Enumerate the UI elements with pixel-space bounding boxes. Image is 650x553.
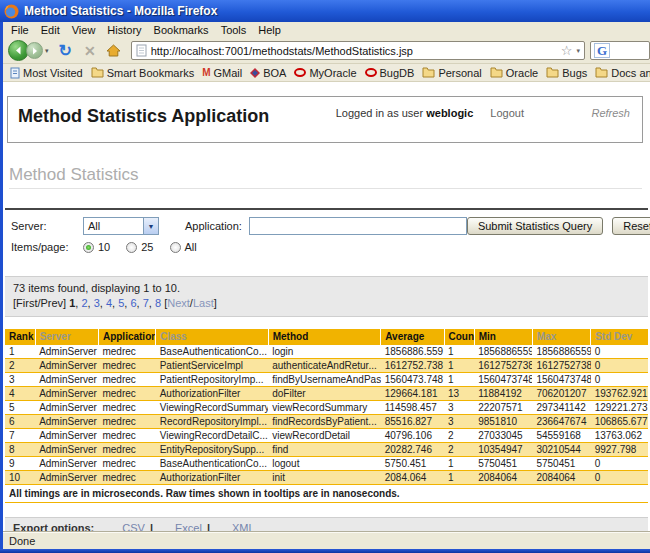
- cell-rank: 10: [5, 471, 35, 485]
- cell-average: 1856886.559: [381, 345, 444, 359]
- xml-export-link[interactable]: XML: [232, 522, 255, 531]
- radio-option-all[interactable]: All: [170, 241, 197, 253]
- menu-view[interactable]: View: [66, 24, 102, 36]
- bookmark-label: MyOracle: [309, 67, 356, 79]
- title-bar[interactable]: Method Statistics - Mozilla Firefox: [0, 0, 650, 22]
- pipe-separator: |: [150, 522, 153, 531]
- cell-min: 2084064: [474, 471, 532, 485]
- page-link-5[interactable]: 5: [118, 297, 124, 309]
- cell-class: AuthorizationFilter: [156, 471, 269, 485]
- cell-method: find: [268, 443, 381, 457]
- bookmark-item[interactable]: BugDB: [361, 67, 419, 79]
- url-text[interactable]: http://localhost:7001/methodstats/Method…: [151, 45, 557, 57]
- page-link-8[interactable]: 8: [155, 297, 161, 309]
- bookmark-item[interactable]: Oracle: [486, 67, 542, 79]
- cell-application: medrec: [98, 457, 155, 471]
- radio-25[interactable]: [126, 242, 137, 253]
- table-row: 7AdminServermedrecViewingRecordDetailC..…: [5, 429, 648, 443]
- cell-application: medrec: [98, 471, 155, 485]
- table-footnote: All timings are in microseconds. Raw tim…: [5, 485, 648, 503]
- stop-icon[interactable]: ✕: [78, 44, 102, 58]
- menu-help[interactable]: Help: [252, 24, 287, 36]
- folder-icon: [490, 67, 503, 78]
- window-bottom-border: [0, 549, 650, 553]
- radio-option-10[interactable]: 10: [83, 241, 110, 253]
- logout-link[interactable]: Logout: [490, 107, 524, 119]
- cell-max: 1612752738: [532, 359, 590, 373]
- bookmark-item[interactable]: Most Visited: [6, 67, 87, 79]
- menu-bookmarks[interactable]: Bookmarks: [148, 24, 215, 36]
- server-select[interactable]: All ▼: [83, 217, 159, 235]
- radio-label: 25: [141, 241, 153, 253]
- cell-class: BaseAuthenticationCo...: [156, 457, 269, 471]
- radio-10[interactable]: [83, 242, 94, 253]
- cell-count: 13: [444, 387, 474, 401]
- column-header-class[interactable]: Class: [156, 329, 269, 345]
- cell-std-dev: 129221.273: [591, 401, 648, 415]
- url-bar[interactable]: http://localhost:7001/methodstats/Method…: [131, 41, 585, 60]
- cell-class: ViewingRecordSummary...: [156, 401, 269, 415]
- cell-count: 2: [444, 429, 474, 443]
- column-header-server[interactable]: Server: [35, 329, 98, 345]
- column-header-max[interactable]: Max: [532, 329, 590, 345]
- bookmark-label: BugDB: [380, 67, 415, 79]
- submit-statistics-button[interactable]: Submit Statistics Query: [467, 217, 603, 235]
- url-dropdown-icon[interactable]: ▾: [576, 47, 580, 55]
- cell-server: AdminServer: [35, 457, 98, 471]
- cell-min: 5750451: [474, 457, 532, 471]
- menu-edit[interactable]: Edit: [35, 24, 66, 36]
- page-link-2[interactable]: 2: [81, 297, 87, 309]
- cell-rank: 4: [5, 387, 35, 401]
- pipe-separator: |: [207, 522, 210, 531]
- radio-all[interactable]: [170, 242, 181, 253]
- csv-export-link[interactable]: CSV: [122, 522, 145, 531]
- table-row: 4AdminServermedrecAuthorizationFilterdoF…: [5, 387, 648, 401]
- page-link-4[interactable]: 4: [106, 297, 112, 309]
- cell-max: 5750451: [532, 457, 590, 471]
- bookmark-item[interactable]: BOA: [246, 67, 290, 79]
- menu-history[interactable]: History: [101, 24, 147, 36]
- page-link-3[interactable]: 3: [94, 297, 100, 309]
- radio-option-25[interactable]: 25: [126, 241, 153, 253]
- bookmark-item[interactable]: MyOracle: [290, 67, 360, 79]
- cell-max: 2084064: [532, 471, 590, 485]
- cell-average: 129664.181: [381, 387, 444, 401]
- search-box[interactable]: G: [590, 41, 650, 60]
- cell-min: 22207571: [474, 401, 532, 415]
- cell-max: 236647674: [532, 415, 590, 429]
- reload-icon[interactable]: ↻: [53, 43, 78, 59]
- cell-method: logout: [268, 457, 381, 471]
- bookmark-star-icon[interactable]: ☆: [561, 44, 573, 57]
- cell-average: 20282.746: [381, 443, 444, 457]
- menu-tools[interactable]: Tools: [215, 24, 253, 36]
- reset-statistics-button[interactable]: Reset Statistics: [612, 217, 650, 235]
- column-header-std-dev[interactable]: Std Dev: [591, 329, 648, 345]
- google-logo-icon: G: [594, 43, 610, 58]
- statistics-table: RankServerApplicationClassMethodAverageC…: [5, 329, 648, 503]
- bookmark-item[interactable]: Personal: [418, 67, 485, 79]
- cell-application: medrec: [98, 345, 155, 359]
- bookmark-item[interactable]: Bugs: [542, 67, 591, 79]
- menu-file[interactable]: File: [5, 24, 35, 36]
- bookmark-item[interactable]: Docs and Help: [591, 67, 650, 79]
- excel-export-link[interactable]: Excel: [175, 522, 202, 531]
- history-dropdown-icon[interactable]: ▾: [43, 47, 53, 55]
- home-icon[interactable]: [102, 44, 127, 57]
- table-row: 2AdminServermedrecPatientServiceImplauth…: [5, 359, 648, 373]
- next-link[interactable]: Next: [167, 297, 190, 309]
- last-link[interactable]: Last: [193, 297, 214, 309]
- forward-button[interactable]: [26, 42, 43, 59]
- application-input[interactable]: [249, 217, 467, 235]
- query-form: Server: All ▼ Application: Submit Statis…: [5, 208, 648, 262]
- login-text: Logged in as user: [336, 107, 423, 119]
- chevron-down-icon[interactable]: ▼: [143, 218, 158, 234]
- application-label: Application:: [185, 220, 242, 232]
- page-link-7[interactable]: 7: [143, 297, 149, 309]
- page-link-6[interactable]: 6: [130, 297, 136, 309]
- bookmark-item[interactable]: MGMail: [198, 67, 246, 79]
- refresh-link[interactable]: Refresh: [591, 107, 630, 119]
- cell-server: AdminServer: [35, 345, 98, 359]
- bookmark-item[interactable]: Smart Bookmarks: [87, 67, 198, 79]
- pagination-bar: 73 items found, displaying 1 to 10. [Fir…: [5, 276, 648, 317]
- cell-count: 1: [444, 373, 474, 387]
